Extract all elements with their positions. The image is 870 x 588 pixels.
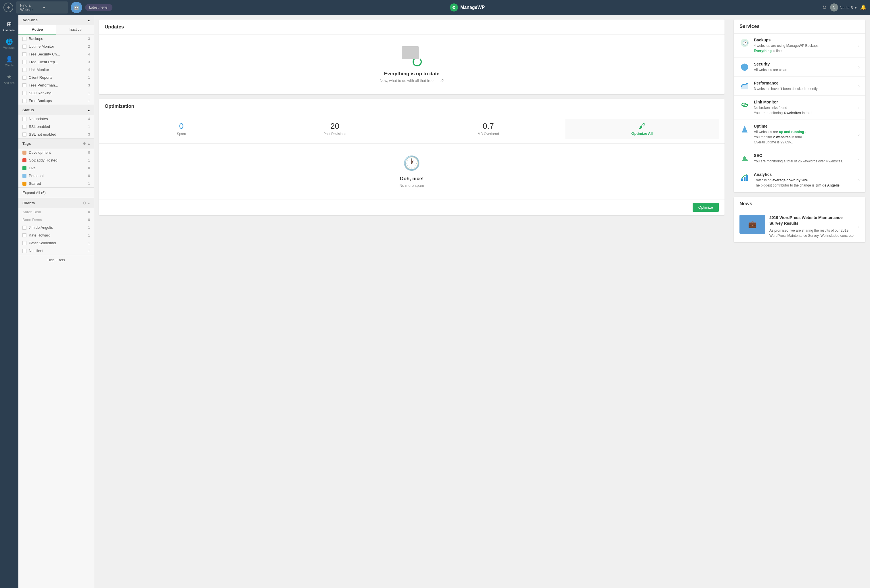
client-label: Bonn Dems	[22, 217, 83, 222]
seo-service-icon	[739, 153, 750, 164]
security-service-info: Security All websites are clean	[754, 62, 854, 72]
service-security[interactable]: Security All websites are clean	[734, 58, 866, 77]
overhead-stat: 0.7 MB Overhead	[412, 119, 565, 139]
client-reports-checkbox[interactable]	[22, 76, 27, 80]
clients-settings-icon[interactable]: ⚙	[83, 201, 86, 205]
client-no-client[interactable]: No client 1	[18, 247, 94, 255]
client-count: 1	[85, 249, 90, 253]
addon-free-security[interactable]: Free Security Ch... 4	[18, 50, 94, 58]
analytics-service-desc: Traffic is on average down by 28% The bi…	[754, 178, 854, 188]
addon-free-backups[interactable]: Free Backups 1	[18, 97, 94, 104]
notifications-bell-icon[interactable]: 🔔	[860, 4, 867, 10]
latest-news-button[interactable]: Latest news!	[85, 4, 112, 11]
client-peter-seilheimer[interactable]: Peter Seilheimer 1	[18, 239, 94, 247]
no-client-checkbox[interactable]	[22, 249, 27, 253]
clients-icons: ⚙	[83, 201, 90, 205]
spam-label: Spam	[107, 132, 255, 136]
addon-uptime-monitor[interactable]: Uptime Monitor 2	[18, 43, 94, 50]
service-analytics[interactable]: Analytics Traffic is on average down by …	[734, 168, 866, 192]
tag-starred-dot	[22, 182, 27, 186]
hide-filters-button[interactable]: Hide Filters	[18, 255, 94, 265]
client-reports-count: 1	[85, 76, 90, 80]
find-website-dropdown[interactable]: Find a Website	[16, 1, 68, 13]
tag-godaddy[interactable]: GoDaddy Hosted 1	[18, 156, 94, 164]
ssl-not-enabled-checkbox[interactable]	[22, 132, 27, 137]
tag-godaddy-label: GoDaddy Hosted	[29, 158, 83, 162]
addons-section-header[interactable]: Add-ons	[18, 15, 94, 25]
kate-checkbox[interactable]	[22, 233, 27, 237]
clients-section-title: Clients	[22, 201, 35, 205]
optimization-footer: Optimize	[99, 199, 724, 215]
addon-free-client-rep[interactable]: Free Client Rep... 3	[18, 58, 94, 66]
client-label: No client	[29, 249, 83, 253]
peter-checkbox[interactable]	[22, 241, 27, 245]
right-panel: Services 🕐 Backups 4 websites are using …	[729, 15, 870, 588]
seo-checkbox[interactable]	[22, 91, 27, 95]
link-monitor-service-info: Link Monitor No broken links found You a…	[754, 100, 854, 116]
sidebar-item-overview[interactable]: ⊞ Overview	[1, 18, 17, 35]
client-label: Aaron Beal	[22, 210, 83, 214]
tag-development[interactable]: Development 0	[18, 149, 94, 156]
free-backups-checkbox[interactable]	[22, 99, 27, 103]
tag-starred[interactable]: Starred 1	[18, 180, 94, 188]
overhead-value: 0.7	[414, 122, 562, 131]
status-ssl-not-enabled[interactable]: SSL not enabled 3	[18, 131, 94, 138]
no-updates-checkbox[interactable]	[22, 117, 27, 121]
ssl-enabled-checkbox[interactable]	[22, 125, 27, 129]
service-seo[interactable]: SEO You are monitoring a total of 26 key…	[734, 149, 866, 168]
optimization-card: Optimization 0 Spam 20 Post Revisions 0.…	[99, 99, 724, 215]
uptime-checkbox[interactable]	[22, 45, 27, 49]
client-bonn-dems[interactable]: Bonn Dems 0	[18, 216, 94, 223]
addon-client-reports[interactable]: Client Reports 1	[18, 74, 94, 81]
client-jim-de-angelis[interactable]: Jim de Angelis 1	[18, 223, 94, 231]
client-kate-howard[interactable]: Kate Howard 1	[18, 231, 94, 239]
tags-settings-icon[interactable]: ⚙	[83, 141, 86, 146]
addon-link-monitor[interactable]: Link Monitor 4	[18, 66, 94, 74]
performance-service-title: Performance	[754, 81, 854, 85]
svg-rect-5	[746, 175, 748, 181]
sidebar-item-addons[interactable]: ★ Add-ons	[1, 70, 17, 87]
news-item[interactable]: 💼 2019 WordPress Website Maintenance Sur…	[734, 211, 866, 242]
tag-personal[interactable]: Personal 0	[18, 172, 94, 180]
service-backups[interactable]: 🕐 Backups 4 websites are using ManageWP …	[734, 34, 866, 58]
service-link-monitor[interactable]: Link Monitor No broken links found You a…	[734, 96, 866, 120]
service-uptime[interactable]: Uptime All websites are up and running .…	[734, 120, 866, 149]
status-ssl-enabled[interactable]: SSL enabled 1	[18, 123, 94, 131]
backups-service-title: Backups	[754, 38, 854, 42]
tags-section-header[interactable]: Tags ⚙	[18, 138, 94, 149]
client-aaron-beal[interactable]: Aaron Beal 0	[18, 208, 94, 216]
performance-service-icon	[739, 81, 750, 91]
jim-checkbox[interactable]	[22, 226, 27, 230]
updates-icon	[402, 46, 422, 66]
sidebar-item-websites[interactable]: 🌐 Websites	[1, 35, 17, 52]
optimize-all-button[interactable]: 🖌 Optimize All	[565, 119, 719, 139]
tag-live[interactable]: Live 0	[18, 164, 94, 172]
status-no-updates[interactable]: No updates 4	[18, 115, 94, 123]
status-collapse-icon	[88, 108, 90, 112]
expand-all-button[interactable]: Expand All (6)	[18, 188, 94, 198]
performance-checkbox[interactable]	[22, 83, 27, 87]
addon-free-performance[interactable]: Free Performan... 3	[18, 81, 94, 89]
uptime-chevron-icon	[858, 132, 860, 137]
updates-status-title: Everything is up to date	[384, 71, 439, 77]
addon-backups[interactable]: Backups 3	[18, 35, 94, 43]
status-section-header[interactable]: Status	[18, 105, 94, 115]
tab-inactive[interactable]: Inactive	[57, 25, 94, 34]
link-monitor-checkbox[interactable]	[22, 68, 27, 72]
user-name: Nadia S	[840, 6, 853, 10]
add-website-button[interactable]: +	[3, 3, 13, 12]
updates-status-subtitle: Now, what to do with all that free time?	[380, 79, 444, 83]
sidebar-item-clients[interactable]: 👤 Clients	[1, 53, 17, 70]
addon-seo-ranking[interactable]: SEO Ranking 1	[18, 89, 94, 97]
user-menu[interactable]: N Nadia S	[830, 3, 857, 12]
service-performance[interactable]: Performance 3 websites haven't been chec…	[734, 77, 866, 96]
client-rep-checkbox[interactable]	[22, 60, 27, 64]
refresh-button[interactable]: ↻	[822, 4, 827, 10]
optimization-stats: 0 Spam 20 Post Revisions 0.7 MB Overhead…	[99, 114, 724, 144]
clients-section-header[interactable]: Clients ⚙	[18, 198, 94, 208]
optimize-footer-button[interactable]: Optimize	[693, 203, 719, 212]
tags-filter-section: Tags ⚙ Development 0 GoDaddy Hosted 1 Li…	[18, 138, 94, 188]
tab-active[interactable]: Active	[18, 25, 57, 34]
backups-checkbox[interactable]	[22, 37, 27, 41]
security-checkbox[interactable]	[22, 52, 27, 56]
